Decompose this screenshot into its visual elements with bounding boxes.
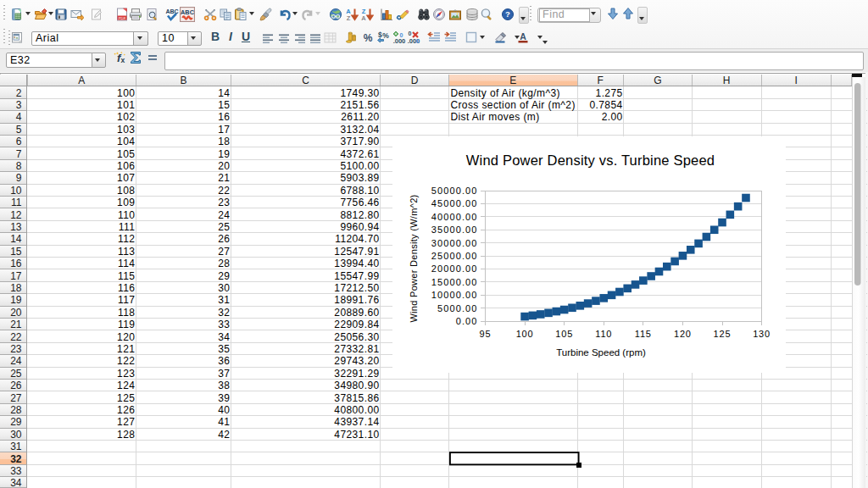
svg-text:A: A <box>78 75 85 86</box>
svg-text:116: 116 <box>118 282 135 294</box>
svg-text:118: 118 <box>118 307 135 319</box>
svg-text:107: 107 <box>117 172 135 184</box>
svg-text:27: 27 <box>10 392 22 404</box>
svg-text:41: 41 <box>218 416 230 428</box>
svg-text:125: 125 <box>714 329 732 339</box>
svg-text:18991.76: 18991.76 <box>334 294 379 306</box>
svg-text:95: 95 <box>480 329 492 339</box>
svg-text:34: 34 <box>10 477 22 488</box>
svg-text:108: 108 <box>117 185 135 197</box>
svg-text:39: 39 <box>218 392 230 404</box>
svg-text:0: 0 <box>409 30 412 36</box>
svg-text:50000.00: 50000.00 <box>431 186 478 196</box>
svg-text:23: 23 <box>10 343 22 355</box>
svg-text:0.00: 0.00 <box>456 316 478 326</box>
svg-text:30: 30 <box>10 429 22 441</box>
svg-text:28: 28 <box>10 404 22 416</box>
svg-text:30000.00: 30000.00 <box>431 238 478 248</box>
svg-text:130: 130 <box>753 329 771 339</box>
svg-text:13994.40: 13994.40 <box>334 258 379 269</box>
svg-text:A: A <box>520 31 526 42</box>
svg-text:29: 29 <box>218 270 230 282</box>
svg-text:120: 120 <box>117 331 135 343</box>
svg-text:112: 112 <box>118 233 135 245</box>
svg-text:47231.10: 47231.10 <box>334 429 379 441</box>
svg-text:113: 113 <box>118 246 135 258</box>
svg-text:16: 16 <box>10 258 22 269</box>
svg-text:17: 17 <box>218 124 230 136</box>
svg-text:111: 111 <box>119 221 135 233</box>
svg-text:4372.61: 4372.61 <box>340 148 379 160</box>
svg-text:7756.46: 7756.46 <box>340 197 379 208</box>
svg-text:110: 110 <box>118 209 135 221</box>
svg-text:PDF: PDF <box>119 16 126 20</box>
svg-text:C: C <box>302 75 309 86</box>
svg-text:40800.00: 40800.00 <box>334 404 379 416</box>
svg-text:110: 110 <box>595 329 612 339</box>
svg-text:25: 25 <box>218 221 230 233</box>
svg-text:124: 124 <box>117 380 135 391</box>
svg-text:2.00: 2.00 <box>602 111 623 123</box>
svg-text:6: 6 <box>16 136 22 147</box>
svg-text:105: 105 <box>555 329 573 339</box>
svg-text:6788.10: 6788.10 <box>340 185 379 197</box>
svg-text:ABC: ABC <box>181 8 195 16</box>
svg-text:Turbine Speed (rpm): Turbine Speed (rpm) <box>556 347 646 358</box>
svg-text:3717.90: 3717.90 <box>340 136 379 147</box>
svg-text:123: 123 <box>117 368 135 380</box>
svg-text:34980.90: 34980.90 <box>334 380 379 391</box>
svg-text:15: 15 <box>10 246 22 258</box>
svg-text:125: 125 <box>117 392 135 404</box>
svg-text:0: 0 <box>416 38 420 44</box>
svg-text:11204.70: 11204.70 <box>335 233 379 245</box>
svg-text:104: 104 <box>117 136 135 147</box>
svg-text:2151.56: 2151.56 <box>340 99 379 111</box>
svg-text:Wind Power Density vs. Turbine: Wind Power Density vs. Turbine Speed <box>466 152 715 168</box>
svg-text:36: 36 <box>218 355 230 367</box>
svg-text:16: 16 <box>218 111 230 123</box>
svg-text:7: 7 <box>16 148 22 160</box>
svg-text:22: 22 <box>218 185 230 197</box>
svg-text:100: 100 <box>516 329 534 339</box>
svg-text:126: 126 <box>117 404 135 416</box>
svg-text:27: 27 <box>218 246 230 258</box>
svg-text:20889.60: 20889.60 <box>334 307 379 319</box>
svg-text:20: 20 <box>218 160 230 172</box>
svg-text:24: 24 <box>218 209 230 221</box>
svg-text:19: 19 <box>218 148 230 160</box>
svg-text:33: 33 <box>218 319 230 330</box>
svg-text:30: 30 <box>218 282 230 294</box>
svg-text:2: 2 <box>16 87 22 99</box>
svg-text:26: 26 <box>10 380 22 391</box>
svg-text:128: 128 <box>117 429 135 441</box>
svg-text:29: 29 <box>10 416 22 428</box>
svg-text:5: 5 <box>16 124 22 136</box>
svg-text:%: % <box>363 32 372 44</box>
svg-text:106: 106 <box>117 160 135 172</box>
svg-text:9960.94: 9960.94 <box>340 221 379 233</box>
svg-text:22: 22 <box>10 331 22 343</box>
svg-text:100: 100 <box>117 87 135 99</box>
svg-text:32: 32 <box>218 307 230 319</box>
svg-text:%: % <box>382 31 389 40</box>
svg-text:.000: .000 <box>392 37 405 45</box>
svg-text:24: 24 <box>10 355 22 367</box>
svg-text:18: 18 <box>10 282 22 294</box>
svg-text:5903.89: 5903.89 <box>340 172 379 184</box>
svg-text:45000.00: 45000.00 <box>431 198 478 208</box>
svg-text:D: D <box>411 75 419 86</box>
svg-text:8812.80: 8812.80 <box>340 209 379 221</box>
svg-text:13: 13 <box>10 221 22 233</box>
svg-text:20000.00: 20000.00 <box>431 263 478 274</box>
svg-text:H: H <box>723 75 731 86</box>
svg-text:32: 32 <box>10 453 22 465</box>
svg-text:32291.29: 32291.29 <box>334 368 379 380</box>
svg-text:37815.86: 37815.86 <box>334 392 379 404</box>
svg-text:35000.00: 35000.00 <box>431 225 478 235</box>
svg-text:121: 121 <box>117 343 135 355</box>
svg-text:15547.99: 15547.99 <box>334 270 379 282</box>
svg-text:23: 23 <box>218 197 230 208</box>
svg-text:3: 3 <box>16 99 22 111</box>
svg-text:Cross section of Air (m^2): Cross section of Air (m^2) <box>450 99 575 111</box>
svg-text:17: 17 <box>10 270 22 282</box>
